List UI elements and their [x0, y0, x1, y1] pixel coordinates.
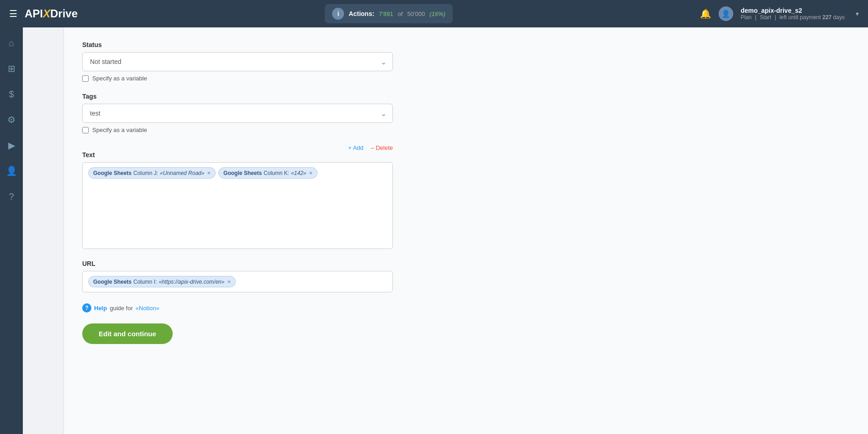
url-chip-remove[interactable]: ×	[227, 278, 231, 285]
tags-actions-row: + Add – Delete	[82, 144, 393, 151]
sidebar-item-home[interactable]: ⌂	[3, 35, 20, 51]
tags-select[interactable]: test bug feature	[82, 104, 393, 123]
sidebar-item-connections[interactable]: ⊞	[3, 60, 20, 77]
status-select-wrapper: Not started In progress Done Cancelled ⌄	[82, 52, 393, 71]
url-input[interactable]: Google Sheets Column I: «https://apix-dr…	[82, 271, 393, 292]
tags-variable-label[interactable]: Specify as a variable	[92, 127, 147, 133]
status-variable-row: Specify as a variable	[82, 75, 393, 82]
text-chip-1: Google Sheets Column K: «142» ×	[218, 167, 318, 179]
status-select[interactable]: Not started In progress Done Cancelled	[82, 52, 393, 71]
chip-0-value: «Unnamed Road»	[160, 170, 204, 176]
sidebar-item-help[interactable]: ?	[3, 188, 20, 205]
bell-icon[interactable]: 🔔	[700, 8, 711, 19]
chip-1-source: Google Sheets	[223, 170, 262, 176]
add-tag-link[interactable]: + Add	[348, 144, 364, 151]
left-panel	[23, 27, 64, 434]
text-chip-0: Google Sheets Column J: «Unnamed Road» ×	[88, 167, 216, 179]
tags-label: Tags	[82, 93, 393, 100]
actions-count: 7'891	[379, 11, 393, 17]
logo-drive: Drive	[50, 7, 78, 20]
help-circle-icon: ?	[82, 303, 91, 312]
help-link[interactable]: Help	[94, 305, 107, 312]
chip-0-remove[interactable]: ×	[207, 169, 211, 176]
text-textarea[interactable]: Google Sheets Column J: «Unnamed Road» ×…	[82, 162, 393, 249]
tags-variable-checkbox[interactable]	[82, 127, 89, 133]
user-name: demo_apix-drive_s2	[741, 7, 845, 14]
url-chip-column: Column I:	[133, 279, 157, 285]
status-variable-label[interactable]: Specify as a variable	[92, 75, 147, 82]
content-area: Status Not started In progress Done Canc…	[64, 27, 868, 434]
user-plan: Plan | Start | left until payment 227 da…	[741, 14, 845, 21]
chip-0-column: Column J:	[133, 170, 158, 176]
actions-of: of	[398, 11, 403, 17]
nav-right: 🔔 👤 demo_apix-drive_s2 Plan | Start | le…	[700, 6, 859, 21]
tags-select-wrapper: test bug feature ⌄	[82, 104, 393, 123]
text-label: Text	[82, 151, 393, 159]
main-layout: ⌂ ⊞ $ ⚙ ▶ 👤 ? Status Not started In prog…	[0, 27, 868, 434]
user-info: demo_apix-drive_s2 Plan | Start | left u…	[741, 7, 845, 21]
url-label: URL	[82, 260, 393, 267]
url-field-group: URL Google Sheets Column I: «https://api…	[82, 260, 393, 292]
sidebar-item-tools[interactable]: ⚙	[3, 111, 20, 128]
chip-0-source: Google Sheets	[93, 170, 132, 176]
actions-percent: (16%)	[429, 11, 445, 17]
url-chip-0: Google Sheets Column I: «https://apix-dr…	[88, 276, 236, 287]
chip-1-column: Column K:	[264, 170, 289, 176]
sidebar-item-billing[interactable]: $	[3, 86, 20, 102]
help-text: guide for	[110, 305, 133, 312]
status-label: Status	[82, 41, 393, 48]
tags-field-group: Tags test bug feature ⌄ Specify as a var…	[82, 93, 393, 133]
chip-1-remove[interactable]: ×	[309, 169, 313, 176]
chip-1-value: «142»	[291, 170, 306, 176]
actions-label: Actions:	[349, 10, 374, 17]
logo: APIXDrive	[25, 7, 78, 20]
hamburger-icon[interactable]: ☰	[9, 8, 17, 19]
logo-api: API	[25, 7, 43, 20]
sidebar-item-video[interactable]: ▶	[3, 137, 20, 153]
top-nav: ☰ APIXDrive i Actions: 7'891 of 50'000 (…	[0, 0, 868, 27]
url-chip-value: «https://apix-drive.com/en»	[159, 279, 224, 285]
sidebar-narrow: ⌂ ⊞ $ ⚙ ▶ 👤 ?	[0, 27, 23, 434]
edit-continue-button[interactable]: Edit and continue	[82, 323, 173, 344]
status-field-group: Status Not started In progress Done Canc…	[82, 41, 393, 82]
logo-x: X	[43, 7, 50, 20]
chevron-down-icon[interactable]: ▾	[856, 10, 859, 17]
status-variable-checkbox[interactable]	[82, 75, 89, 82]
url-chip-source: Google Sheets	[93, 279, 132, 285]
info-icon: i	[332, 8, 344, 20]
user-avatar: 👤	[719, 6, 733, 21]
sidebar-item-user[interactable]: 👤	[3, 163, 20, 179]
delete-tag-link[interactable]: – Delete	[371, 144, 393, 151]
help-notion: «Notion»	[136, 305, 159, 312]
actions-badge: i Actions: 7'891 of 50'000 (16%)	[325, 4, 453, 23]
actions-total: 50'000	[408, 11, 425, 17]
tags-variable-row: Specify as a variable	[82, 127, 393, 133]
text-field-group: Text Google Sheets Column J: «Unnamed Ro…	[82, 151, 393, 249]
help-row: ? Help guide for «Notion»	[82, 303, 850, 312]
